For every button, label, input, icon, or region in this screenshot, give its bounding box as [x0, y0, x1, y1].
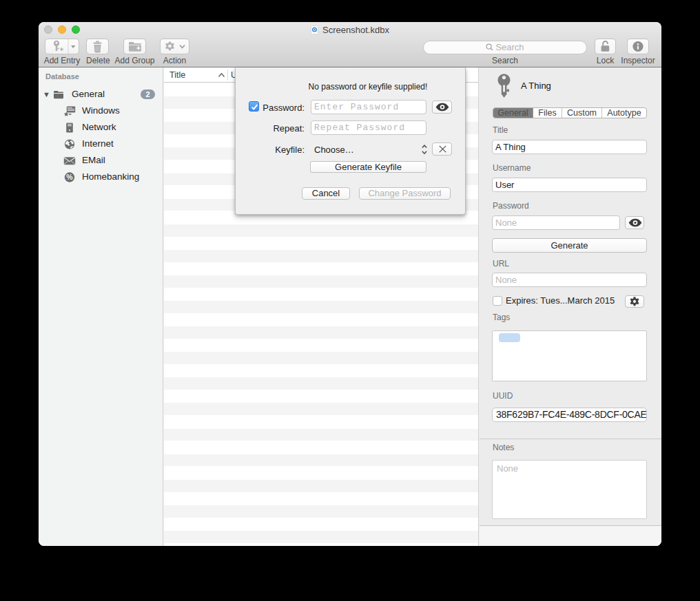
svg-text:%: %: [66, 173, 73, 181]
